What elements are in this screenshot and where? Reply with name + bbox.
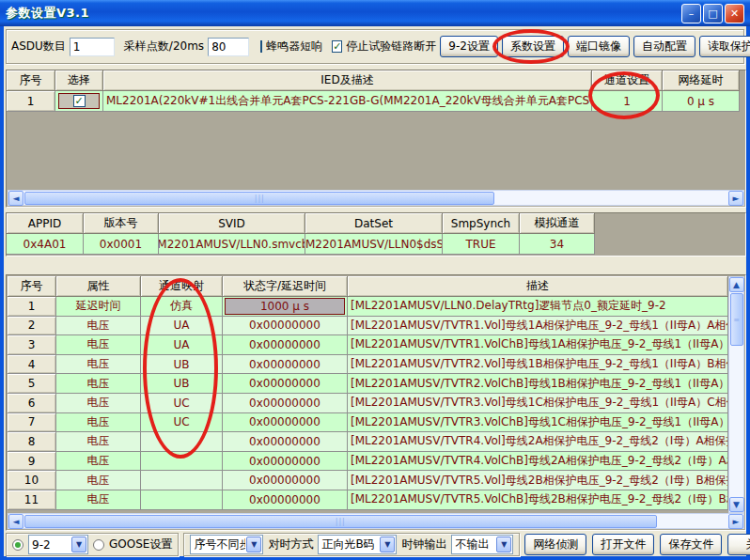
scroll-right-icon[interactable]: ► (728, 514, 743, 529)
clock-output-select[interactable]: 不输出 ▼ (451, 535, 513, 554)
scroll-right-icon[interactable]: ► (728, 191, 743, 206)
row-desc: [ML2201AMUSV/TVTR3.VolChB]母线1C相保护电压_9-2_… (348, 413, 728, 433)
channel-table-rows: 1 延迟时间 仿真 1000 μ s [ML2201AMUSV/LLN0.Del… (8, 297, 728, 513)
ied-row-channel[interactable]: 1 (592, 91, 663, 112)
chan-col-no: 序号 (8, 276, 56, 297)
goose-label: GOOSE设置 (109, 537, 172, 552)
row-status[interactable]: 0x00000000 (223, 413, 348, 433)
row-status[interactable]: 0x00000000 (223, 355, 348, 375)
ied-table-hscrollbar[interactable]: ◄ ||| ► (8, 190, 744, 206)
sv92-settings-button[interactable]: 9-2设置 (440, 36, 498, 57)
vscroll-thumb[interactable]: ≡ (730, 293, 743, 346)
row-status[interactable]: 0x00000000 (223, 335, 348, 355)
row-map[interactable] (141, 471, 223, 490)
coefficient-settings-button[interactable]: 系数设置 (502, 36, 564, 57)
row-status[interactable]: 0x00000000 (223, 490, 348, 510)
table-row: 3 电压 UA 0x00000000 [ML2201AMUSV/TVTR1.Vo… (8, 335, 728, 355)
hscroll-thumb[interactable]: ||| (24, 192, 494, 205)
goose-radio[interactable] (93, 539, 104, 551)
titlebar[interactable]: 参数设置V3.1 – □ ✕ (0, 0, 750, 26)
sync-select[interactable]: 序号不同步 ▼ (190, 535, 263, 554)
sample-count-label: 采样点数/20ms (124, 39, 204, 54)
sv-col-version: 版本号 (84, 213, 159, 234)
row-map[interactable]: UA (141, 335, 223, 355)
table-row: 10 电压 0x00000000 [ML2201AMUSV/TVTR5.Vol]… (8, 471, 728, 490)
sample-count-input[interactable] (208, 38, 249, 56)
row-map[interactable]: UB (141, 374, 223, 394)
network-detect-button[interactable]: 网络侦测 (524, 534, 586, 555)
row-map[interactable]: UC (141, 394, 223, 413)
minimize-button[interactable]: – (681, 4, 701, 23)
row-attr: 电压 (56, 317, 141, 336)
row-status[interactable]: 0x00000000 (223, 374, 348, 394)
table-row: 5 电压 UB 0x00000000 [ML2201AMUSV/TVTR2.Vo… (8, 374, 728, 394)
row-status[interactable]: 0x00000000 (223, 452, 348, 472)
protocol-select[interactable]: 9-2 ▼ (28, 535, 88, 554)
stop-link-label: 停止试验链路断开 (346, 39, 436, 54)
close-dialog-button[interactable]: 关闭 (727, 534, 750, 555)
read-protection-model-button[interactable]: 读取保护模型文件 (699, 36, 750, 57)
ied-col-select: 选择 (55, 70, 103, 91)
scroll-down-icon[interactable]: ▼ (729, 497, 744, 512)
ied-select-checkbox[interactable]: ✓ (73, 95, 86, 107)
row-map[interactable] (141, 490, 223, 510)
row-status[interactable]: 0x00000000 (223, 394, 348, 413)
channel-table: 序号 属性 通道映射 状态字/延迟时间 描述 1 延迟时间 仿真 1000 μ … (6, 274, 746, 531)
buzzer-checkbox[interactable] (260, 40, 262, 53)
ied-row-delay[interactable]: 0 μ s (663, 91, 740, 112)
auto-config-button[interactable]: 自动配置 (633, 36, 695, 57)
row-status[interactable]: 0x00000000 (223, 432, 348, 452)
scroll-left-icon[interactable]: ◄ (8, 514, 23, 529)
channel-table-hscrollbar[interactable]: ◄ ||| ► (8, 513, 744, 529)
row-map[interactable] (141, 452, 223, 472)
row-attr: 电压 (56, 471, 141, 490)
save-file-button[interactable]: 保存文件 (660, 534, 722, 555)
channel-table-vscrollbar[interactable]: ▲ ≡ ▼ (728, 276, 744, 513)
timing-select[interactable]: 正向光B码 ▼ (318, 535, 397, 554)
ied-select-box[interactable]: ✓ (58, 93, 100, 109)
close-button[interactable]: ✕ (725, 4, 744, 23)
table-row: 4 电压 UB 0x00000000 [ML2201AMUSV/TVTR2.Vo… (8, 355, 728, 375)
chevron-down-icon[interactable]: ▼ (71, 537, 86, 552)
parameter-settings-window: 参数设置V3.1 – □ ✕ ASDU数目 采样点数/20ms 蜂鸣器短响 ✓ … (0, 0, 750, 560)
chevron-down-icon[interactable]: ▼ (496, 537, 511, 552)
row-no: 10 (8, 471, 56, 490)
selected-status-cell[interactable]: 1000 μ s (225, 298, 345, 315)
row-map[interactable]: UA (141, 317, 223, 336)
row-desc: [ML2201AMUSV/TVTR5.Vol]母线2B相保护电压_9-2_母线2… (348, 471, 728, 490)
ied-col-channel: 通道设置 (592, 70, 663, 91)
stop-link-checkbox[interactable]: ✓ (332, 40, 342, 53)
ied-row-desc: ML2201A(220kV#1出线合并单元A套PCS-221GB-G(MM220… (103, 91, 592, 112)
row-no: 8 (8, 432, 56, 452)
sv-row-svid: MM2201AMUSV/LLN0.smvcb0 (159, 234, 305, 255)
scroll-left-icon[interactable]: ◄ (8, 191, 23, 206)
scroll-up-icon[interactable]: ▲ (729, 277, 744, 292)
row-attr: 延迟时间 (56, 297, 141, 317)
row-map[interactable]: UC (141, 413, 223, 433)
row-map[interactable]: UB (141, 355, 223, 375)
port-mirror-button[interactable]: 端口镜像 (568, 36, 630, 57)
asdu-count-input[interactable] (70, 38, 115, 56)
ied-table: 序号 选择 IED及描述 通道设置 网络延时 1 ✓ ML2201A(220kV… (6, 70, 746, 208)
chevron-down-icon[interactable]: ▼ (246, 537, 261, 552)
sync-value: 序号不同步 (191, 537, 245, 552)
row-map[interactable] (141, 432, 223, 452)
row-no: 9 (8, 452, 56, 472)
row-desc: [ML2201AMUSV/TVTR4.Vol]母线2A相保护电压_9-2_母线2… (348, 432, 728, 452)
open-file-button[interactable]: 打开文件 (592, 534, 654, 555)
row-attr: 电压 (56, 355, 141, 375)
hscroll-thumb[interactable]: ||| (24, 515, 657, 528)
sv-table: APPID 版本号 SVID DatSet SmpSynch 模拟通道 0x4A… (6, 212, 746, 257)
row-status-cell[interactable]: 1000 μ s (223, 297, 348, 317)
maximize-button[interactable]: □ (703, 4, 723, 23)
ied-col-desc: IED及描述 (103, 70, 592, 91)
timing-value: 正向光B码 (319, 537, 379, 552)
row-map[interactable]: 仿真 (141, 297, 223, 317)
sv92-radio[interactable] (12, 539, 23, 551)
row-status[interactable]: 0x00000000 (223, 471, 348, 490)
row-desc: [ML2201AMUSV/TVTR4.VolChB]母线2A相保护电压_9-2_… (348, 452, 728, 472)
row-status[interactable]: 0x00000000 (223, 317, 348, 336)
chan-col-attr: 属性 (56, 276, 141, 297)
chan-col-status: 状态字/延迟时间 (223, 276, 348, 297)
chevron-down-icon[interactable]: ▼ (380, 537, 395, 552)
